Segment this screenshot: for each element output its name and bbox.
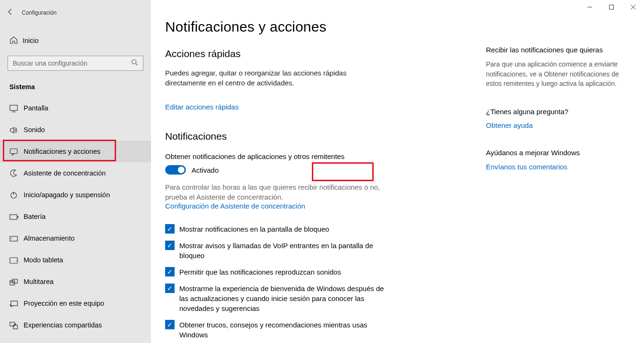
right-body: Para que una aplicación comience a envia… [486,59,623,88]
checkbox-icon[interactable]: ✓ [165,241,175,250]
assist-hours-text: Para controlar las horas a las que quier… [165,182,382,202]
app-title: Configuración [22,9,57,16]
toggle-description: Obtener notificaciones de aplicaciones y… [165,152,467,160]
search-input[interactable] [13,59,131,67]
checkbox-label: Mostrar avisos y llamadas de VoIP entran… [179,241,387,260]
sidebar: Configuración Inicio Sistema Pantalla So… [0,0,151,343]
sidebar-item-label: Sonido [24,126,45,134]
sidebar-item-proyeccion[interactable]: Proyección en este equipo [0,293,151,314]
titlebar-controls [579,0,644,14]
sidebar-item-label: Asistente de concentración [24,169,106,177]
checkbox-row[interactable]: ✓ Mostrarme la experiencia de bienvenida… [165,284,387,313]
svg-rect-18 [13,325,17,329]
sidebar-item-label: Proyección en este equipo [24,300,104,307]
sidebar-item-sonido[interactable]: Sonido [0,119,151,141]
chat-icon [9,147,24,156]
maximize-button[interactable] [601,0,622,14]
sidebar-item-inicio-apagado[interactable]: Inicio/apagado y suspensión [0,184,151,206]
sidebar-item-tableta[interactable]: Modo tableta [0,249,151,271]
sidebar-item-label: Modo tableta [24,256,63,264]
power-icon [9,191,24,200]
project-icon [9,299,24,308]
right-block-1: Recibir las notificaciones que quieras P… [486,45,623,88]
search-icon [131,59,138,67]
toggle-row: Activado [165,165,467,175]
checkbox-label: Permitir que las notificaciones reproduz… [179,267,341,277]
checkbox-label: Obtener trucos, consejos y recomendacion… [179,320,387,340]
content: Notificaciones y acciones Acciones rápid… [165,19,486,343]
home-icon [9,36,23,46]
right-block-2: ¿Tienes alguna pregunta? Obtener ayuda [486,107,623,129]
toggle-state-label: Activado [192,166,219,174]
sidebar-item-label: Pantalla [24,104,48,112]
checkbox-icon[interactable]: ✓ [165,224,175,234]
sidebar-item-almacenamiento[interactable]: Almacenamiento [0,227,151,249]
svg-point-0 [132,60,136,64]
sidebar-item-pantalla[interactable]: Pantalla [0,97,151,119]
search-box[interactable] [8,56,143,71]
storage-icon [9,234,24,243]
svg-rect-17 [10,322,15,326]
sidebar-item-label: Experiencias compartidas [24,321,102,329]
svg-rect-20 [610,5,614,9]
moon-icon [9,169,24,178]
section-label: Sistema [0,83,151,91]
right-heading: Ayúdanos a mejorar Windows [486,148,623,158]
svg-rect-8 [17,216,18,218]
feedback-link[interactable]: Envíanos tus comentarios [486,163,568,171]
checkbox-row[interactable]: ✓ Obtener trucos, consejos y recomendaci… [165,320,387,340]
svg-line-1 [136,64,138,66]
sidebar-item-asistente[interactable]: Asistente de concentración [0,162,151,184]
sidebar-top: Configuración [0,4,151,19]
right-heading: Recibir las notificaciones que quieras [486,45,623,55]
edit-quick-actions-link[interactable]: Editar acciones rápidas [165,103,239,111]
sidebar-item-bateria[interactable]: Batería [0,206,151,227]
svg-rect-4 [10,149,17,153]
quick-actions-heading: Acciones rápidas [165,48,467,59]
minimize-button[interactable] [579,0,601,14]
svg-point-12 [16,260,17,261]
sidebar-item-label: Notificaciones y acciones [24,148,100,155]
right-heading: ¿Tienes alguna pregunta? [486,107,623,117]
tablet-icon [9,256,24,264]
svg-rect-7 [10,215,17,219]
sound-icon [9,125,24,134]
checkbox-label: Mostrarme la experiencia de bienvenida d… [179,284,387,313]
main: Notificaciones y acciones Acciones rápid… [151,0,644,343]
right-panel: Recibir las notificaciones que quieras P… [486,19,623,343]
notifications-toggle[interactable] [165,165,186,175]
sidebar-item-label: Almacenamiento [24,234,75,242]
notifications-heading: Notificaciones [165,131,467,142]
sidebar-item-experiencias[interactable]: Experiencias compartidas [0,314,151,336]
monitor-icon [9,104,24,112]
checkbox-label: Mostrar notificaciones en la pantalla de… [179,224,329,234]
sidebar-item-label: Batería [24,213,46,220]
close-button[interactable] [622,0,644,14]
checkbox-icon[interactable]: ✓ [165,267,175,276]
right-block-3: Ayúdanos a mejorar Windows Envíanos tus … [486,148,623,170]
checkbox-row[interactable]: ✓ Permitir que las notificaciones reprod… [165,267,387,277]
page-title: Notificaciones y acciones [165,19,467,35]
checkbox-icon[interactable]: ✓ [165,284,175,293]
quick-actions-body: Puedes agregar, quitar o reorganizar las… [165,68,363,88]
home-label: Inicio [23,37,39,44]
svg-rect-2 [10,105,17,110]
shared-icon [9,321,24,329]
svg-rect-16 [11,301,17,306]
sidebar-item-label: Multitarea [24,278,54,285]
focus-assist-link[interactable]: Configuración de Asistente de concentrac… [165,202,305,210]
checkbox-icon[interactable]: ✓ [165,320,175,329]
battery-icon [9,212,24,221]
checkbox-row[interactable]: ✓ Mostrar avisos y llamadas de VoIP entr… [165,241,387,260]
sidebar-item-label: Inicio/apagado y suspensión [24,191,110,199]
checkbox-row[interactable]: ✓ Mostrar notificaciones en la pantalla … [165,224,387,234]
back-arrow-icon[interactable] [7,8,22,17]
sidebar-item-notificaciones[interactable]: Notificaciones y acciones [0,141,151,162]
multitask-icon [9,277,24,286]
get-help-link[interactable]: Obtener ayuda [486,121,533,129]
sidebar-home[interactable]: Inicio [0,32,151,49]
sidebar-item-multitarea[interactable]: Multitarea [0,271,151,293]
svg-point-10 [11,238,12,239]
